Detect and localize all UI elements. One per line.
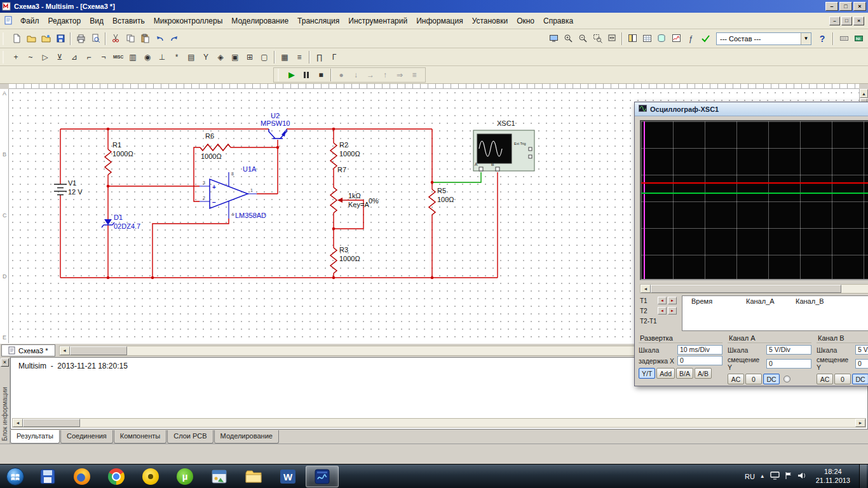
bottom-tab-results[interactable]: Результаты — [10, 430, 60, 444]
bus-vector-button[interactable]: Γ — [327, 50, 341, 64]
yellow-app-icon[interactable] — [134, 466, 167, 487]
t1-right-button[interactable]: ► — [668, 297, 677, 304]
run-to-cursor-button[interactable]: ⇒ — [393, 68, 407, 82]
component-u2[interactable]: U2 MPSW10 — [261, 112, 290, 139]
scroll-left-icon[interactable]: ◄ — [60, 346, 70, 355]
place-misc-button[interactable]: * — [170, 50, 184, 64]
timebase-y-t-button[interactable]: Y/T — [639, 368, 655, 379]
component-r5[interactable]: R5 100Ω — [429, 187, 454, 215]
menu-tools[interactable]: Инструментарий — [344, 14, 412, 28]
component-r3[interactable]: R3 1000Ω — [330, 246, 360, 273]
ladder-rungs-button[interactable]: ∏ — [313, 50, 327, 64]
place-misc-digital-button[interactable]: MISC — [111, 50, 125, 64]
pinned-app-6-icon[interactable] — [203, 466, 236, 487]
place-power-button[interactable]: ⊥ — [155, 50, 169, 64]
place-connector-button[interactable]: ⊞ — [243, 50, 257, 64]
t2-left-button[interactable]: ◄ — [658, 307, 667, 315]
cut-button[interactable] — [109, 32, 123, 46]
component-r1[interactable]: R1 1000Ω — [105, 141, 133, 175]
place-hierarchical-button[interactable]: ▦ — [278, 50, 292, 64]
component-r2[interactable]: R2 1000Ω — [330, 141, 360, 168]
multisim-taskbar-icon[interactable] — [306, 466, 339, 487]
channel-a-dc-button[interactable]: DC — [763, 374, 780, 384]
language-indicator[interactable]: RU — [745, 473, 755, 480]
results-scrollbar[interactable]: ◄ ► — [12, 418, 866, 428]
component-d1[interactable]: D1 02DZ4.7 — [102, 214, 140, 230]
toolbar-grip[interactable] — [3, 32, 6, 45]
education-button[interactable] — [851, 32, 865, 46]
menu-file[interactable]: Файл — [16, 14, 44, 28]
timebase-xpos-input[interactable]: 0 — [677, 356, 722, 365]
copy-button[interactable] — [123, 32, 137, 46]
component-u1a[interactable]: + − 3 2 1 8 4 U1A LM358AD — [200, 165, 266, 219]
mdi-minimize-button[interactable]: – — [829, 17, 840, 25]
postprocessor-button[interactable]: ƒ — [684, 32, 698, 46]
place-ttl-button[interactable]: ⌐ — [82, 50, 96, 64]
step-over-button[interactable]: → — [363, 68, 377, 82]
t2-right-button[interactable]: ► — [668, 307, 677, 315]
component-v1[interactable]: V1 12 V — [54, 179, 83, 196]
timebase-a-b-button[interactable]: A/B — [695, 368, 712, 379]
menu-place[interactable]: Вставить — [108, 14, 149, 28]
menu-view[interactable]: Вид — [85, 14, 108, 28]
place-indicator-button[interactable]: ◉ — [140, 50, 154, 64]
zoom-fit-button[interactable] — [605, 32, 619, 46]
design-toolbox-button[interactable] — [625, 32, 639, 46]
place-bus-button[interactable]: ≡ — [292, 50, 306, 64]
help-button[interactable]: ? — [815, 32, 829, 46]
new-button[interactable] — [10, 32, 24, 46]
pause-button[interactable] — [299, 68, 313, 82]
place-electromech-button[interactable]: ◈ — [214, 50, 227, 64]
timebase-b-a-button[interactable]: B/A — [676, 368, 693, 379]
restore-button[interactable]: □ — [839, 2, 852, 11]
place-mixed-button[interactable]: ▥ — [126, 50, 140, 64]
place-cmos-button[interactable]: ¬ — [97, 50, 111, 64]
channel-a-offset-input[interactable]: 0 — [766, 359, 811, 369]
place-basic-button[interactable]: ~ — [24, 50, 37, 64]
bottom-tab-pcb-layers[interactable]: Слои PCB — [167, 430, 213, 444]
scroll-right-icon[interactable]: ► — [855, 419, 865, 427]
zoom-area-button[interactable] — [590, 32, 604, 46]
mdi-restore-button[interactable]: □ — [841, 17, 852, 25]
clock[interactable]: 18:24 21.11.2013 — [812, 468, 854, 485]
place-mcu-button[interactable]: ▢ — [257, 50, 271, 64]
breakpoints-button[interactable]: ≡ — [407, 68, 421, 82]
oscilloscope-titlebar[interactable]: Осциллограф-XSC1 × — [635, 102, 868, 116]
pause-breakpoint-button[interactable]: ● — [334, 68, 348, 82]
chrome-icon[interactable] — [100, 466, 133, 487]
menu-simulate[interactable]: Моделирование — [227, 14, 293, 28]
fullscreen-button[interactable] — [546, 32, 560, 46]
show-desktop-button[interactable] — [859, 464, 867, 488]
erc-button[interactable] — [698, 32, 712, 46]
open-button[interactable] — [24, 32, 38, 46]
explorer-icon[interactable] — [237, 466, 270, 487]
open-samples-button[interactable] — [39, 32, 53, 46]
menu-window[interactable]: Окно — [512, 14, 539, 28]
utorrent-icon[interactable]: µ — [168, 466, 201, 487]
bottom-tab-components[interactable]: Компоненты — [114, 430, 166, 444]
channel-a-0-button[interactable]: 0 — [745, 374, 762, 384]
undo-button[interactable] — [153, 32, 166, 46]
save-button[interactable] — [53, 32, 67, 46]
menu-mcu[interactable]: Микроконтроллеры — [149, 14, 227, 28]
toolbar-grip[interactable] — [278, 69, 281, 81]
place-source-button[interactable]: + — [9, 50, 23, 64]
print-preview-button[interactable] — [88, 32, 102, 46]
combo-dropdown-icon[interactable]: ▼ — [801, 33, 811, 44]
t1-left-button[interactable]: ◄ — [658, 297, 667, 304]
channel-b-scale-input[interactable]: 5 V/Div — [855, 345, 868, 355]
close-button[interactable]: × — [853, 2, 866, 11]
menu-options[interactable]: Установки — [468, 14, 512, 28]
firefox-icon[interactable] — [65, 466, 98, 487]
scope-scrollbar[interactable]: ◄ ► — [640, 284, 868, 294]
tray-display-icon[interactable] — [770, 471, 780, 482]
redo-button[interactable] — [167, 32, 181, 46]
mdi-close-button[interactable]: × — [853, 17, 864, 25]
zoom-out-button[interactable] — [576, 32, 590, 46]
zoom-in-button[interactable] — [561, 32, 575, 46]
paste-button[interactable] — [138, 32, 152, 46]
place-diode-button[interactable]: ▷ — [38, 50, 52, 64]
scroll-thumb[interactable] — [70, 346, 127, 355]
pinned-app-floppy-icon[interactable] — [31, 466, 64, 487]
document-icon[interactable] — [4, 16, 13, 25]
